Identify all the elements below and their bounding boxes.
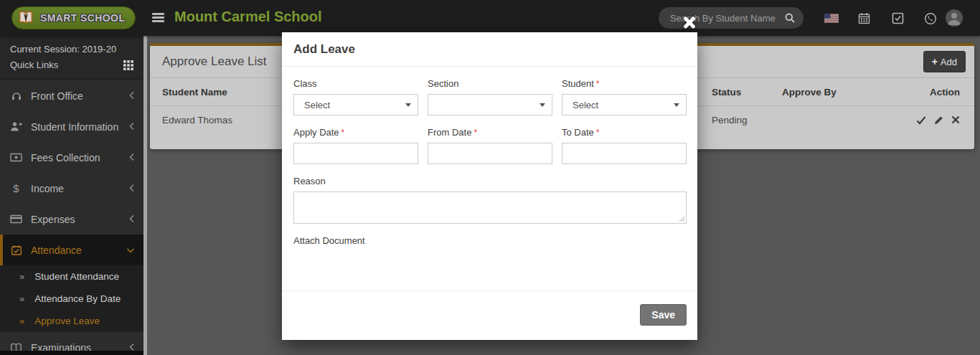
sidebar-item-label: Fees Collection bbox=[31, 152, 120, 164]
sidebar-item-label: Income bbox=[31, 183, 120, 194]
col-header-status: Status bbox=[712, 87, 782, 98]
sidebar-item-label: Attendance bbox=[31, 245, 118, 256]
language-flag-icon[interactable] bbox=[824, 14, 839, 23]
student-select-value: Select bbox=[573, 100, 598, 110]
search-icon[interactable] bbox=[784, 12, 796, 24]
edit-pencil-icon[interactable] bbox=[934, 115, 943, 125]
chevron-left-icon bbox=[128, 121, 135, 133]
double-arrow-icon: » bbox=[19, 316, 24, 326]
col-header-approve-by: Approve By bbox=[782, 87, 911, 98]
sidebar-item-label: Front Office bbox=[31, 90, 120, 102]
student-label: Student* bbox=[562, 78, 687, 89]
attendance-submenu: » Student Attendance » Attendance By Dat… bbox=[0, 265, 143, 332]
col-header-action: Action bbox=[911, 87, 960, 98]
reason-label: Reason bbox=[293, 176, 687, 186]
to-date-label: To Date* bbox=[562, 127, 687, 138]
quick-links-label: Quick Links bbox=[10, 57, 58, 73]
class-select-value: Select bbox=[304, 100, 330, 110]
double-arrow-icon: » bbox=[19, 271, 24, 282]
required-mark: * bbox=[596, 79, 600, 89]
from-date-input[interactable] bbox=[428, 143, 552, 164]
row-actions bbox=[911, 115, 960, 125]
add-leave-modal: Add Leave Class Select Section bbox=[282, 32, 697, 340]
grid-icon[interactable] bbox=[123, 60, 133, 70]
sidebar-scrollbar[interactable] bbox=[143, 36, 147, 355]
status-badge: Pending bbox=[712, 115, 782, 126]
required-mark: * bbox=[596, 128, 600, 138]
sidebar-subitem-student-attendance[interactable]: » Student Attendance bbox=[0, 265, 143, 288]
card-icon bbox=[10, 214, 22, 224]
dropdown-arrow-icon bbox=[674, 103, 679, 107]
chevron-left-icon bbox=[128, 214, 135, 225]
reason-textarea[interactable] bbox=[293, 191, 687, 224]
sidebar-bottom-strip bbox=[0, 351, 143, 355]
save-button[interactable]: Save bbox=[640, 304, 687, 326]
chevron-left-icon bbox=[128, 152, 135, 164]
disapprove-x-icon[interactable] bbox=[951, 115, 960, 124]
menu-toggle-icon[interactable] bbox=[152, 13, 164, 23]
subitem-label: Attendance By Date bbox=[34, 293, 121, 304]
section-label: Section bbox=[428, 78, 552, 89]
session-block: Current Session: 2019-20 Quick Links bbox=[0, 36, 143, 80]
current-session-label: Current Session: 2019-20 bbox=[10, 42, 133, 57]
app-window: SMART SCHOOL Mount Carmel School bbox=[0, 0, 980, 355]
sidebar: Current Session: 2019-20 Quick Links bbox=[0, 36, 143, 355]
to-date-input[interactable] bbox=[562, 143, 687, 164]
sidebar-item-label: Student Information bbox=[31, 121, 120, 133]
from-date-label: From Date* bbox=[428, 127, 552, 138]
quick-links[interactable]: Quick Links bbox=[10, 57, 133, 73]
book-logo-icon bbox=[17, 9, 35, 27]
sidebar-subitem-approve-leave[interactable]: » Approve Leave bbox=[0, 310, 143, 332]
approve-check-icon[interactable] bbox=[916, 115, 926, 125]
modal-title: Add Leave bbox=[293, 42, 355, 56]
school-name-title: Mount Carmel School bbox=[174, 9, 322, 25]
sidebar-item-student-information[interactable]: Student Information bbox=[0, 111, 143, 142]
add-button[interactable]: + Add bbox=[923, 51, 966, 72]
sidebar-item-income[interactable]: $ Income bbox=[0, 173, 143, 204]
subitem-label: Approve Leave bbox=[34, 316, 100, 326]
section-select[interactable] bbox=[428, 94, 552, 115]
logo-text: SMART SCHOOL bbox=[40, 12, 125, 24]
modal-body: Class Select Section Student* bbox=[282, 67, 697, 290]
required-mark: * bbox=[341, 128, 345, 138]
user-plus-icon bbox=[10, 121, 22, 132]
double-arrow-icon: » bbox=[19, 293, 24, 304]
chevron-left-icon bbox=[128, 183, 135, 194]
smart-school-logo[interactable]: SMART SCHOOL bbox=[11, 6, 136, 29]
apply-date-input[interactable] bbox=[293, 143, 418, 164]
dropdown-arrow-icon bbox=[540, 103, 545, 107]
modal-header: Add Leave bbox=[282, 32, 697, 67]
calendar-icon[interactable] bbox=[858, 12, 870, 24]
class-label: Class bbox=[293, 78, 418, 89]
chevron-left-icon bbox=[128, 90, 135, 102]
modal-footer: Save bbox=[282, 290, 697, 340]
dropdown-arrow-icon bbox=[405, 103, 411, 107]
whatsapp-icon[interactable] bbox=[924, 12, 937, 25]
banknote-icon bbox=[10, 153, 22, 162]
chevron-down-icon bbox=[126, 245, 135, 256]
calendar-check-icon bbox=[10, 245, 22, 256]
add-button-label: Add bbox=[941, 57, 957, 67]
student-select[interactable]: Select bbox=[562, 94, 687, 115]
required-mark: * bbox=[473, 128, 477, 138]
plus-icon: + bbox=[932, 56, 938, 67]
sidebar-subitem-attendance-by-date[interactable]: » Attendance By Date bbox=[0, 288, 143, 310]
subitem-label: Student Attendance bbox=[34, 271, 119, 282]
attach-document-label: Attach Document bbox=[293, 235, 687, 246]
sidebar-item-fees-collection[interactable]: Fees Collection bbox=[0, 142, 143, 173]
sidebar-item-front-office[interactable]: Front Office bbox=[0, 80, 143, 111]
close-icon[interactable] bbox=[680, 14, 699, 32]
apply-date-label: Apply Date* bbox=[293, 127, 418, 138]
sidebar-item-expenses[interactable]: Expenses bbox=[0, 204, 143, 235]
task-check-icon[interactable] bbox=[892, 12, 904, 24]
sidebar-item-attendance[interactable]: Attendance bbox=[0, 235, 143, 265]
sidebar-item-label: Expenses bbox=[31, 214, 120, 225]
attach-document-dropzone[interactable] bbox=[293, 251, 687, 290]
user-avatar[interactable] bbox=[946, 9, 963, 27]
headset-icon bbox=[10, 90, 22, 102]
page-title: Approve Leave List bbox=[162, 55, 267, 69]
top-navbar: SMART SCHOOL Mount Carmel School bbox=[0, 0, 980, 36]
class-select[interactable]: Select bbox=[293, 94, 418, 115]
